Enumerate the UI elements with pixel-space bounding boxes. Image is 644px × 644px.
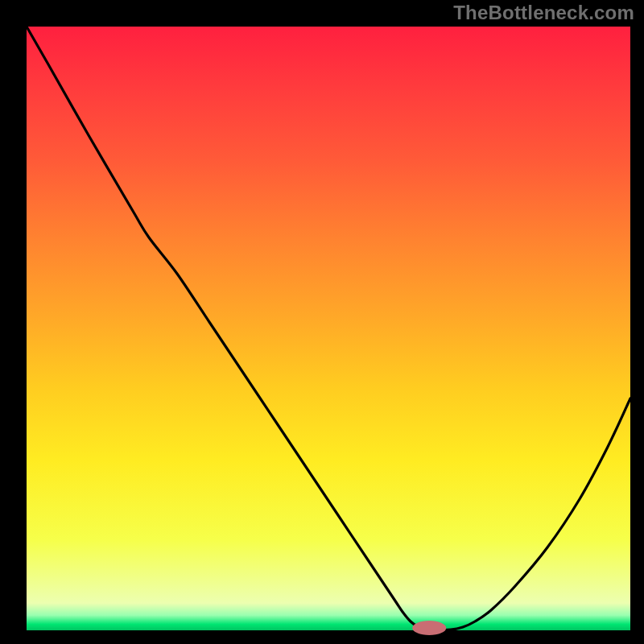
bottleneck-chart: TheBottleneck.com <box>0 0 644 644</box>
optimal-point-marker <box>412 621 446 635</box>
watermark-label: TheBottleneck.com <box>453 2 634 24</box>
chart-svg <box>0 0 644 644</box>
plot-background <box>27 27 630 630</box>
